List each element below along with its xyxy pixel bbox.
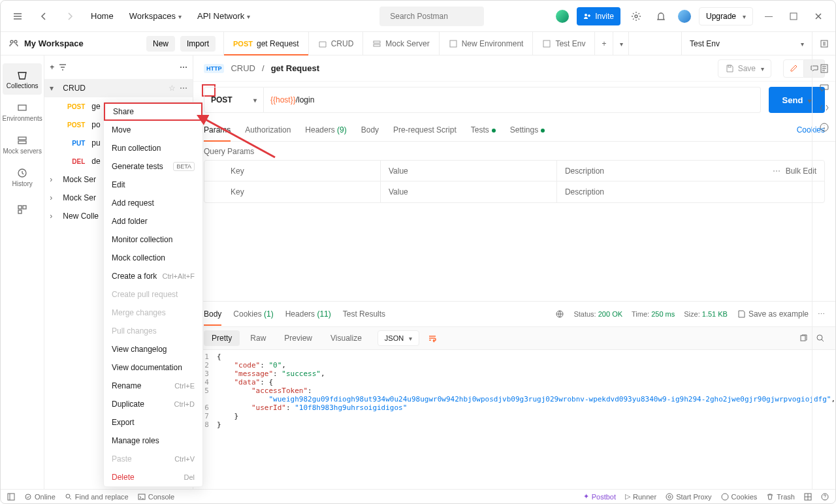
tab-test-env[interactable]: Test Env — [533, 32, 595, 55]
footer-trash[interactable]: Trash — [766, 493, 795, 501]
menu-edit[interactable]: Edit — [104, 176, 202, 194]
edit-icon[interactable] — [783, 59, 804, 78]
new-button[interactable]: New — [146, 36, 175, 52]
save-as-example[interactable]: Save as example — [737, 309, 809, 319]
menu-run-collection[interactable]: Run collection — [104, 139, 202, 157]
col-options-icon[interactable]: ⋯ — [773, 166, 780, 176]
footer-online[interactable]: Online — [24, 493, 56, 501]
forward-icon[interactable] — [61, 7, 79, 25]
param-desc-input[interactable]: Description — [557, 181, 752, 202]
tab-overflow[interactable] — [613, 32, 629, 55]
tab-tests[interactable]: Tests — [471, 119, 496, 141]
copy-icon[interactable] — [799, 334, 808, 343]
tab-params[interactable]: Params — [204, 119, 231, 141]
resp-tab-test-results[interactable]: Test Results — [343, 302, 385, 326]
footer-layout-icon[interactable] — [804, 493, 812, 501]
view-raw[interactable]: Raw — [242, 330, 274, 346]
tab-new-environment[interactable]: New Environment — [440, 32, 534, 55]
maximize-icon[interactable] — [784, 7, 803, 25]
resp-tab-body[interactable]: Body — [204, 302, 221, 326]
wrap-lines-icon[interactable] — [425, 330, 440, 346]
upgrade-button[interactable]: Upgrade — [699, 7, 753, 25]
footer-console[interactable]: Console — [138, 493, 174, 501]
view-preview[interactable]: Preview — [276, 330, 320, 346]
sidebar-more[interactable] — [3, 194, 42, 225]
avatar[interactable] — [555, 8, 570, 24]
footer-start-proxy[interactable]: Start Proxy — [666, 493, 711, 501]
sidebar-collections[interactable]: Collections — [3, 63, 42, 95]
docs-icon[interactable] — [819, 63, 829, 74]
method-select[interactable]: POST — [204, 87, 264, 113]
comments-icon[interactable] — [819, 83, 829, 93]
tab-authorization[interactable]: Authorization — [245, 119, 291, 141]
url-input[interactable]: {{host}}/login — [264, 87, 761, 113]
filter-icon[interactable] — [58, 63, 67, 72]
sidebar-mock-servers[interactable]: Mock servers — [3, 129, 42, 160]
menu-add-request[interactable]: Add request — [104, 194, 202, 212]
view-pretty[interactable]: Pretty — [204, 330, 240, 346]
collection-crud[interactable]: ▾ CRUD ☆ ⋯ — [44, 79, 193, 97]
save-button[interactable]: Save — [718, 59, 771, 78]
sidebar-history[interactable]: History — [3, 161, 42, 193]
tab-crud[interactable]: CRUD — [309, 32, 364, 55]
format-select[interactable]: JSON — [378, 330, 419, 346]
sidebar-environments[interactable]: Environments — [3, 96, 42, 127]
tab-headers[interactable]: Headers (9) — [305, 119, 346, 141]
menu-delete[interactable]: DeleteDel — [104, 468, 202, 486]
footer-cookies[interactable]: Cookies — [721, 493, 758, 501]
menu-manage-roles[interactable]: Manage roles — [104, 432, 202, 450]
nav-workspaces[interactable]: Workspaces — [125, 8, 185, 24]
menu-rename[interactable]: RenameCtrl+E — [104, 377, 202, 395]
network-icon[interactable] — [555, 309, 564, 319]
menu-duplicate[interactable]: DuplicateCtrl+D — [104, 395, 202, 413]
footer-runner[interactable]: ▷ Runner — [625, 492, 656, 501]
response-body[interactable]: 1{ 2 "code": "0", 3 "message": "success"… — [193, 350, 835, 489]
nav-home[interactable]: Home — [87, 8, 118, 24]
tab-get-request[interactable]: POST get Request — [224, 32, 309, 55]
view-visualize[interactable]: Visualize — [323, 330, 370, 346]
breadcrumb-collection[interactable]: CRUD — [231, 63, 255, 73]
notifications-icon[interactable] — [652, 7, 670, 25]
footer-find-replace[interactable]: Find and replace — [65, 493, 129, 501]
collection-menu-icon[interactable]: ⋯ — [180, 84, 187, 93]
invite-button[interactable]: Invite — [577, 7, 620, 25]
nav-api-network[interactable]: API Network — [193, 8, 254, 24]
param-key-input[interactable]: Key — [204, 181, 381, 202]
env-quicklook-icon[interactable] — [812, 32, 835, 55]
minimize-icon[interactable]: — — [760, 7, 778, 25]
resp-tab-cookies[interactable]: Cookies (1) — [233, 302, 273, 326]
footer-panels-icon[interactable] — [7, 493, 15, 501]
menu-move[interactable]: Move — [104, 121, 202, 139]
menu-add-folder[interactable]: Add folder — [104, 212, 202, 230]
code-icon[interactable] — [819, 102, 829, 113]
star-icon[interactable]: ☆ — [169, 84, 176, 93]
footer-help-icon[interactable] — [821, 493, 829, 501]
back-icon[interactable] — [35, 7, 53, 25]
tab-body[interactable]: Body — [361, 119, 379, 141]
tab-settings[interactable]: Settings — [510, 119, 545, 141]
menu-monitor-collection[interactable]: Monitor collection — [104, 230, 202, 249]
tab-mock-server[interactable]: Mock Server — [363, 32, 439, 55]
import-button[interactable]: Import — [180, 36, 216, 52]
menu-share[interactable]: Share — [104, 102, 202, 121]
menu-create-fork[interactable]: Create a forkCtrl+Alt+F — [104, 267, 202, 285]
close-icon[interactable] — [809, 7, 828, 25]
menu-mock-collection[interactable]: Mock collection — [104, 249, 202, 267]
settings-icon[interactable] — [627, 7, 645, 25]
info-icon[interactable] — [819, 122, 829, 133]
menu-export[interactable]: Export — [104, 413, 202, 432]
menu-view-documentation[interactable]: View documentation — [104, 358, 202, 377]
avatar-secondary[interactable] — [677, 8, 692, 24]
environment-selector[interactable]: Test Env — [681, 32, 812, 55]
menu-view-changelog[interactable]: View changelog — [104, 340, 202, 358]
footer-postbot[interactable]: ✦ Postbot — [583, 492, 616, 501]
hamburger-icon[interactable] — [8, 7, 27, 25]
new-tab-button[interactable]: + — [595, 32, 613, 55]
search-input[interactable] — [379, 7, 484, 26]
param-value-input[interactable]: Value — [381, 181, 557, 202]
resp-tab-headers[interactable]: Headers (11) — [285, 302, 331, 326]
menu-generate-tests[interactable]: Generate testsBETA — [104, 157, 202, 176]
collection-options-icon[interactable]: ⋯ — [180, 63, 187, 72]
tab-prerequest[interactable]: Pre-request Script — [393, 119, 457, 141]
add-icon[interactable]: + — [50, 63, 54, 72]
